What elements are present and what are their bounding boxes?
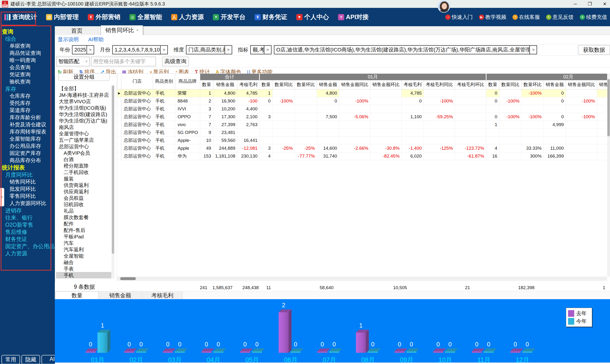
sidebar-item-人力资源同环比[interactable]: 人力资源同环比 xyxy=(0,200,55,207)
sidebar-item-单据查询[interactable]: 单据查询 xyxy=(0,42,55,50)
quick-link-在线客服[interactable]: ?在线客服 xyxy=(513,13,540,21)
list-item-总部运营中心[interactable]: 总部运营中心 xyxy=(56,143,111,150)
list-item-服装[interactable]: 服装 xyxy=(56,175,111,182)
metric-picker-button[interactable]: > xyxy=(264,45,272,54)
list-item-配件[interactable]: 配件 xyxy=(56,221,111,227)
list-item-会员权益[interactable]: 会员权益 xyxy=(56,195,111,201)
sidebar-item-全屋智能库存[interactable]: 全屋智能库存 xyxy=(0,135,55,143)
sidebar-item-综合[interactable]: 综合 xyxy=(0,35,55,42)
tab-sales-comparison[interactable]: 销售同环比 ˅ xyxy=(101,25,143,35)
keyword-input[interactable] xyxy=(91,57,156,66)
sidebar-collapse-handle[interactable]: < xyxy=(0,188,4,207)
sidebar-item-查询[interactable]: 查询 xyxy=(0,28,55,35)
sidebar-item-进销存[interactable]: 进销存 xyxy=(0,207,55,214)
sidebar-item-人力资源[interactable]: 人力资源 xyxy=(0,250,55,257)
table-horizontal-scrollbar[interactable] xyxy=(117,276,607,281)
sidebar-footer-button-常用[interactable]: 常用 xyxy=(1,355,20,364)
sidebar-item-批发同环比[interactable]: 批发同环比 xyxy=(0,185,55,193)
chart-tab-考核毛利[interactable]: 考核毛利 xyxy=(142,291,183,299)
sidebar-item-渠道库存[interactable]: 渠道库存 xyxy=(0,107,55,114)
sidebar-item-月度同环比[interactable]: 月度同环比 xyxy=(0,171,55,178)
list-item-全屋智能[interactable]: 全屋智能 xyxy=(56,253,111,259)
month-field[interactable]: 1,2,3,4,5,6,7,8,9,10,11,12 xyxy=(112,45,161,54)
quick-link-快速入门[interactable]: ◔快速入门 xyxy=(445,13,473,21)
sidebar-item-仓库库存[interactable]: 仓库库存 xyxy=(0,92,55,100)
chart-tab-销售金额[interactable]: 销售金额 xyxy=(98,291,142,299)
menu-item-开发平台[interactable]: ✕开发平台 xyxy=(213,13,246,21)
scrollbar-thumb[interactable] xyxy=(120,277,136,280)
category-list-scrollbar[interactable] xyxy=(112,85,114,278)
list-item-旧机回收[interactable]: 旧机回收 xyxy=(56,201,111,208)
list-item-大世界VIVO店[interactable]: 大世界VIVO店 xyxy=(56,98,111,105)
table-row[interactable]: 总部运营中心手机vivo727,3992,76314,999 xyxy=(117,121,607,129)
list-item-汽车返利[interactable]: 汽车返利 xyxy=(56,246,111,253)
menu-item-内部管理[interactable]: ▤内部管理 xyxy=(46,13,79,21)
sidebar-item-库存库龄分析[interactable]: 库存库龄分析 xyxy=(0,114,55,121)
table-vertical-scrollbar[interactable] xyxy=(607,73,610,276)
sidebar-item-补货及清仓建议[interactable]: 补货及清仓建议 xyxy=(0,121,55,128)
list-item-华为生活馆(万达广场)[interactable]: 华为生活馆(万达广场) xyxy=(56,117,111,124)
close-button[interactable]: ✕ xyxy=(603,1,607,7)
quick-link-意见反馈[interactable]: ✎意见反馈 xyxy=(546,13,573,21)
sidebar-item-办公用品库存[interactable]: 办公用品库存 xyxy=(0,143,55,150)
list-item-JM-海通科技-王府井店[interactable]: JM-海通科技-王府井店 xyxy=(56,92,111,98)
sidebar-item-财务凭证[interactable]: 财务凭证 xyxy=(0,235,55,243)
sidebar-item-固定资产库存[interactable]: 固定资产库存 xyxy=(0,150,55,157)
sidebar-item-售后维修[interactable]: 售后维修 xyxy=(0,228,55,235)
list-item-橙分期直降[interactable]: 橙分期直降 xyxy=(56,163,111,169)
user-avatar[interactable] xyxy=(438,0,450,13)
sidebar-item-零售同环比[interactable]: 零售同环比 xyxy=(0,193,55,200)
year-picker-button[interactable]: > xyxy=(87,45,94,54)
list-item-融合[interactable]: 融合 xyxy=(56,259,111,266)
store-field[interactable]: O店,迪信通,华为生活馆(ICO商场),华为生活馆(建设路店),华为生活馆(万达… xyxy=(274,45,530,54)
sidebar-item-销售同环比[interactable]: 销售同环比 xyxy=(0,178,55,185)
list-item-手机[interactable]: 手机 xyxy=(56,272,111,278)
scrollbar-thumb[interactable] xyxy=(112,86,114,254)
fetch-data-button[interactable]: 获取数据 xyxy=(578,45,610,55)
menu-item-个人中心[interactable]: ♥个人中心 xyxy=(296,13,329,21)
list-item-配件-售后[interactable]: 配件-售后 xyxy=(56,227,111,233)
store-picker-button[interactable]: > xyxy=(530,45,537,54)
sidebar-item-统计报表[interactable]: 统计报表 xyxy=(0,164,55,171)
dimension-field[interactable]: 门店,商品类别,商品品 xyxy=(186,45,225,54)
table-row[interactable]: 总部运营中心手机8848216,900-1000-100%0-100%0-100… xyxy=(117,97,607,105)
menu-item-查询统计[interactable]: 查询统计 xyxy=(4,13,37,21)
sidebar-item-会员查询[interactable]: 会员查询 xyxy=(0,64,55,71)
menu-item-财务凭证[interactable]: ¥财务凭证 xyxy=(255,13,287,21)
sidebar-item-凭证查询[interactable]: 凭证查询 xyxy=(0,71,55,78)
metric-field[interactable]: 额,考核毛 xyxy=(250,45,264,54)
maximize-button[interactable]: ❐ xyxy=(588,1,592,7)
table-row[interactable]: ▶总部运营中心手机荣耀14,8004,78514,8004,7850-100%0… xyxy=(117,89,607,97)
list-item-膜次数套餐[interactable]: 膜次数套餐 xyxy=(56,214,111,221)
list-item-南风店[interactable]: 南风店 xyxy=(56,124,111,130)
sidebar-item-固定资产、办公用品[interactable]: 固定资产、办公用品 xyxy=(0,243,55,250)
list-item-供应商返利[interactable]: 供应商返利 xyxy=(56,188,111,195)
sidebar-item-验机查询[interactable]: 验机查询 xyxy=(0,78,55,85)
list-item-礼品[interactable]: 礼品 xyxy=(56,208,111,214)
list-item-手表[interactable]: 手表 xyxy=(56,266,111,272)
sidebar-item-商品库存分布[interactable]: 商品库存分布 xyxy=(0,157,55,164)
tab-home[interactable]: 首页 xyxy=(55,26,98,35)
list-item-【全部】[interactable]: 【全部】 xyxy=(56,85,111,92)
sidebar-item-商品凭证查询[interactable]: 商品凭证查询 xyxy=(0,50,55,57)
quick-link-教学视频[interactable]: ▶教学视频 xyxy=(479,13,506,21)
sidebar-item-唯一码查询[interactable]: 唯一码查询 xyxy=(0,57,55,64)
table-row[interactable]: 总部运营中心手机IVVI310,2004,400 xyxy=(117,105,607,113)
sidebar-item-库存[interactable]: 库存 xyxy=(0,85,55,92)
list-item-五一广场苹果店[interactable]: 五一广场苹果店 xyxy=(56,137,111,143)
menu-item-API对接[interactable]: ✳API对接 xyxy=(338,13,369,21)
list-item-华为生活馆(建设路店)[interactable]: 华为生活馆(建设路店) xyxy=(56,111,111,117)
sidebar-footer-button-隐藏[interactable]: 隐藏 xyxy=(21,355,40,364)
list-item-华为生活馆(ICO商场)[interactable]: 华为生活馆(ICO商场) xyxy=(56,105,111,111)
month-picker-button[interactable]: > xyxy=(161,45,168,54)
year-field[interactable]: 2025 xyxy=(72,45,87,54)
menu-item-人力资源[interactable]: 人人力资源 xyxy=(171,13,204,21)
table-row[interactable]: 总部运营中心手机华为1531,181,108230,1304-77.77%31,… xyxy=(117,152,607,160)
list-item-全屋管理中心[interactable]: 全屋管理中心 xyxy=(56,130,111,137)
sidebar-item-受托库存[interactable]: 受托库存 xyxy=(0,100,55,107)
sidebar-item-往来、银行[interactable]: 往来、银行 xyxy=(0,214,55,221)
match-mode-select[interactable]: 智能匹配 ˅ xyxy=(56,57,90,66)
quick-link-续费充值[interactable]: ¥续费充值 xyxy=(580,13,607,21)
table-row[interactable]: 总部运营中心手机Apple-1059,56016,441 xyxy=(117,136,607,144)
set-grouping-button[interactable]: 设置分组 xyxy=(58,73,110,81)
